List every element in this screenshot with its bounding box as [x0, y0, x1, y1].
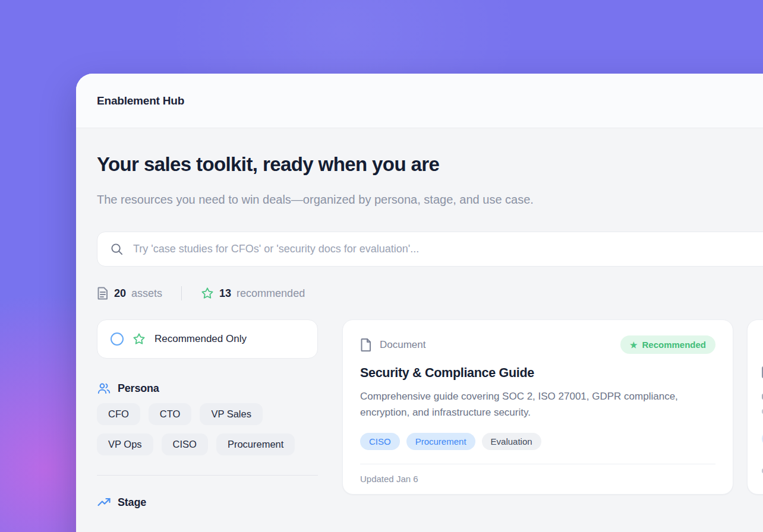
star-outline-icon	[133, 332, 146, 346]
recommended-badge-label: Recommended	[642, 340, 706, 350]
recommended-only-label: Recommended Only	[155, 333, 247, 345]
persona-section-header: Persona	[97, 381, 318, 395]
users-icon	[97, 381, 111, 395]
document-count-icon	[97, 287, 109, 300]
recommended-label: recommended	[237, 287, 305, 300]
stage-section-label: Stage	[118, 496, 146, 509]
asset-card-partial[interactable]	[747, 319, 763, 495]
window-body: Your sales toolkit, ready when you are T…	[76, 128, 763, 509]
content-row: Recommended Only Persona CFO	[97, 319, 763, 509]
search-icon	[110, 242, 124, 256]
recommended-stat: 13 recommended	[201, 287, 305, 300]
persona-chip-vp-ops[interactable]: VP Ops	[97, 433, 153, 455]
persona-chip-cto[interactable]: CTO	[149, 403, 192, 425]
enablement-hub-window: Enablement Hub Your sales toolkit, ready…	[76, 74, 763, 532]
asset-card-security-compliance-guide[interactable]: Document ★ Recommended Security & Compli…	[342, 319, 733, 495]
window-header: Enablement Hub	[76, 74, 763, 128]
app-title: Enablement Hub	[97, 94, 184, 107]
card-tags: CISO Procurement Evaluation	[360, 433, 715, 450]
card-divider	[360, 464, 715, 464]
tag-ciso[interactable]: CISO	[360, 433, 400, 450]
stage-section-header: Stage	[97, 495, 318, 509]
tag-evaluation[interactable]: Evaluation	[482, 433, 541, 450]
star-filled-icon: ★	[630, 341, 638, 349]
page-title: Your sales toolkit, ready when you are	[97, 153, 763, 176]
card-title: Security & Compliance Guide	[360, 366, 715, 381]
trending-up-icon	[97, 495, 111, 509]
assets-label: assets	[131, 287, 162, 300]
search-input[interactable]	[133, 243, 668, 255]
card-updated-date: Updated Jan 6	[360, 474, 715, 484]
recommended-badge: ★ Recommended	[620, 335, 715, 354]
persona-chip-cfo[interactable]: CFO	[97, 403, 140, 425]
recommended-only-toggle[interactable]: Recommended Only	[97, 319, 318, 359]
stats-row: 20 assets 13 recommended	[97, 286, 763, 300]
persona-chip-ciso[interactable]: CISO	[162, 433, 208, 455]
search-bar[interactable]	[97, 232, 763, 267]
persona-chips: CFO CTO VP Sales VP Ops CISO Procurement	[97, 403, 318, 455]
sidebar-divider	[97, 475, 318, 476]
stats-divider	[181, 286, 182, 300]
filters-sidebar: Recommended Only Persona CFO	[97, 319, 318, 509]
card-top-row: Document ★ Recommended	[360, 335, 715, 354]
persona-section-label: Persona	[118, 382, 159, 395]
recommended-only-radio[interactable]	[111, 332, 124, 346]
tag-procurement[interactable]: Procurement	[406, 433, 475, 450]
page-subtitle: The resources you need to win deals—orga…	[97, 189, 584, 211]
persona-chip-procurement[interactable]: Procurement	[216, 433, 295, 455]
assets-count: 20	[114, 287, 126, 300]
file-icon	[360, 338, 372, 352]
card-description: Comprehensive guide covering SOC 2, ISO …	[360, 388, 705, 420]
card-type: Document	[360, 338, 425, 352]
assets-stat: 20 assets	[97, 287, 162, 300]
star-outline-icon	[201, 287, 214, 300]
persona-chip-vp-sales[interactable]: VP Sales	[200, 403, 263, 425]
card-type-label: Document	[380, 339, 425, 351]
asset-cards: Document ★ Recommended Security & Compli…	[342, 319, 763, 495]
recommended-count: 13	[219, 287, 231, 300]
